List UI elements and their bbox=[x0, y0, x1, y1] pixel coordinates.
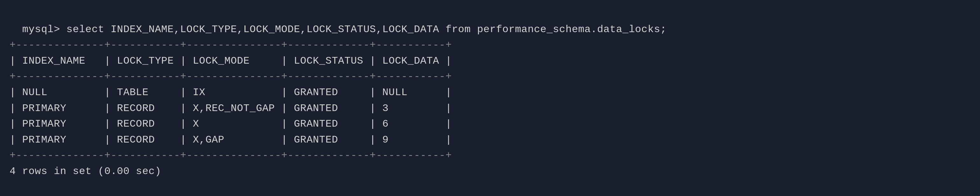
sql-command: select INDEX_NAME,LOCK_TYPE,LOCK_MODE,LO… bbox=[60, 24, 667, 35]
mysql-prompt: mysql> bbox=[22, 24, 60, 35]
table-row-4: | PRIMARY | RECORD | X,GAP | GRANTED | 9… bbox=[10, 134, 452, 146]
table-header: | INDEX_NAME | LOCK_TYPE | LOCK_MODE | L… bbox=[10, 55, 452, 67]
result-summary: 4 rows in set (0.00 sec) bbox=[10, 166, 161, 177]
command-line: mysql> select INDEX_NAME,LOCK_TYPE,LOCK_… bbox=[22, 24, 667, 35]
terminal-output: mysql> select INDEX_NAME,LOCK_TYPE,LOCK_… bbox=[10, 6, 667, 179]
table-row-3: | PRIMARY | RECORD | X | GRANTED | 6 | bbox=[10, 118, 452, 130]
border-bot: +--------------+-----------+------------… bbox=[10, 150, 452, 161]
border-top: +--------------+-----------+------------… bbox=[10, 39, 452, 51]
border-mid: +--------------+-----------+------------… bbox=[10, 71, 452, 82]
table-row-1: | NULL | TABLE | IX | GRANTED | NULL | bbox=[10, 87, 452, 98]
table-row-2: | PRIMARY | RECORD | X,REC_NOT_GAP | GRA… bbox=[10, 103, 452, 114]
